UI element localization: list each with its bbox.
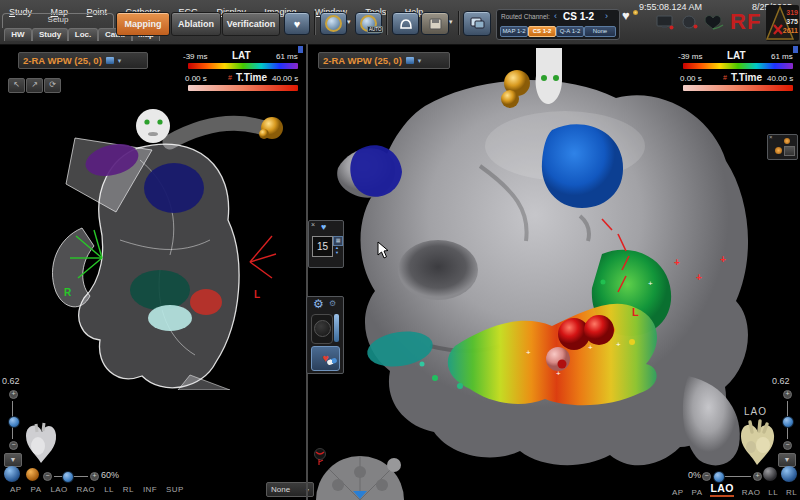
tab-hw[interactable]: HW [4, 28, 32, 41]
right-fill-sphere-button[interactable] [763, 467, 777, 481]
right-zoom-handle[interactable] [782, 416, 794, 428]
dial-extra-button[interactable] [387, 458, 401, 472]
dial-icon[interactable] [332, 479, 344, 491]
display-layout-button[interactable] [463, 11, 491, 36]
view-ll[interactable]: LL [768, 488, 778, 497]
ttime-min: 0.00 s [185, 74, 207, 83]
right-reference-heart[interactable] [736, 418, 780, 468]
right-3d-map[interactable]: L +++ +++++ [330, 46, 770, 476]
catheter-tip-sphere [546, 347, 570, 371]
channel-prev-icon[interactable]: ‹ [554, 11, 557, 21]
left-collapse-button[interactable]: ▼ [4, 453, 22, 467]
view-fan-dial[interactable] [312, 455, 408, 500]
verification-button[interactable]: Verification [222, 12, 280, 36]
right-collapse-button[interactable]: ▼ [778, 453, 796, 467]
dial-icon[interactable] [354, 466, 366, 478]
view-rao[interactable]: RAO [77, 485, 96, 494]
point-dot [432, 375, 438, 381]
mini-vertical-slider[interactable] [334, 314, 339, 342]
tab-study[interactable]: Study [32, 28, 68, 41]
ttime-marker-icon: # [228, 74, 232, 81]
mapping-button[interactable]: Mapping [116, 12, 170, 36]
left-fill-handle[interactable] [62, 471, 74, 483]
edge-mini-panel[interactable]: × [767, 134, 798, 160]
left-fill-plus-button[interactable]: + [90, 472, 99, 481]
right-viewport[interactable]: 2-RA WPW (25, 0) ▾ -39 ms LAT 61 ms 0.00… [306, 44, 800, 500]
view-ap[interactable]: AP [10, 485, 21, 494]
right-zoom-in-button[interactable]: + [783, 390, 792, 399]
left-3d-map[interactable]: R L [20, 90, 300, 390]
channel-next-icon[interactable]: › [605, 11, 608, 21]
save-map-button[interactable] [421, 12, 449, 35]
catheter-control-panel[interactable]: ⚙ ⚙ ♥ [306, 296, 344, 374]
gauge-dropdown-icon[interactable]: ▾ [347, 18, 351, 26]
view-ll[interactable]: LL [104, 485, 114, 494]
view-sup[interactable]: SUP [166, 485, 184, 494]
heart-connect-icon[interactable] [704, 13, 724, 31]
right-fill-minus-button[interactable]: − [702, 472, 711, 481]
carto-mapping-app: Study Map Point Catheter ECG Display Ima… [0, 0, 800, 500]
left-zoom-in-button[interactable]: + [9, 390, 18, 399]
point-filter-panel[interactable]: × ♥ 15 ▦ ▲ ▼ [308, 220, 344, 268]
gear-small-icon[interactable]: ⚙ [329, 299, 336, 308]
tab-loc[interactable]: Loc. [68, 28, 98, 41]
left-reference-heart[interactable] [22, 420, 60, 466]
close-icon[interactable]: × [769, 134, 773, 140]
left-map-tab[interactable]: 2-RA WPW (25, 0) ▾ [18, 52, 148, 69]
view-ap[interactable]: AP [672, 488, 683, 497]
map-mini-icon [106, 57, 114, 64]
view-pa[interactable]: PA [691, 488, 702, 497]
hand-heart-icon: ♥ [321, 222, 326, 232]
patch-red [190, 289, 222, 315]
svg-text:+: + [720, 254, 726, 265]
view-lao[interactable]: LAO [50, 485, 67, 494]
view-rl[interactable]: RL [123, 485, 134, 494]
right-rotate-sphere-button[interactable] [781, 466, 797, 482]
left-zoom-value: 0.62 [2, 376, 20, 386]
view-rao[interactable]: RAO [742, 488, 761, 497]
map-tab-dropdown-icon[interactable]: ▾ [118, 57, 122, 65]
spin-value-box[interactable]: 15 [312, 236, 333, 257]
patient-heart-icon[interactable]: ♥ [622, 8, 630, 23]
catheter-tip-ball-small [501, 90, 519, 108]
lat-colorbar[interactable] [188, 63, 298, 69]
knob-button[interactable] [314, 320, 331, 337]
gear-icon[interactable]: ⚙ [313, 297, 324, 311]
warning-count-1: 319 [783, 8, 798, 17]
ablation-display-button[interactable]: ♥ [311, 346, 340, 371]
gauge-ic-button[interactable] [320, 12, 347, 35]
svg-text:+: + [648, 279, 653, 288]
left-rotate-sphere-button[interactable] [4, 466, 20, 482]
channel-qa12-button[interactable]: Q-A 1-2 [556, 26, 584, 37]
setup-label: Setup [3, 14, 113, 26]
knob-well [311, 314, 333, 344]
close-icon[interactable]: × [311, 221, 315, 228]
right-zoom-out-button[interactable]: − [783, 441, 792, 450]
channel-map12-button[interactable]: MAP 1-2 [500, 26, 528, 37]
left-zoom-handle[interactable] [8, 416, 20, 428]
left-fill-sphere-button[interactable] [26, 468, 39, 481]
view-rl[interactable]: RL [786, 488, 797, 497]
remote-monitor-icon[interactable] [656, 15, 674, 30]
spin-down-button[interactable]: ▼ [333, 251, 341, 255]
save-dropdown-icon[interactable]: ▾ [449, 18, 453, 26]
view-lao-active[interactable]: LAO [710, 482, 733, 497]
map-heart-button[interactable]: ♥ [284, 12, 310, 35]
gauge-auto-button[interactable]: AUTO [355, 12, 382, 35]
channel-cs12-button[interactable]: CS 1-2 [528, 26, 556, 37]
ablation-button[interactable]: Ablation [171, 12, 221, 36]
left-viewport[interactable]: 2-RA WPW (25, 0) ▾ ↖ ↗ ⟳ -39 ms LAT 61 m… [0, 44, 306, 500]
view-pa[interactable]: PA [30, 485, 41, 494]
left-zoom-out-button[interactable]: − [9, 441, 18, 450]
orange-point-icon [775, 147, 782, 154]
view-inf[interactable]: INF [143, 485, 157, 494]
dial-icon[interactable] [376, 479, 388, 491]
dome-button[interactable] [392, 12, 419, 35]
mesh-arm [170, 123, 264, 142]
left-fill-minus-button[interactable]: − [43, 472, 52, 481]
mouse-device-icon[interactable] [682, 15, 698, 29]
channel-none-button[interactable]: None [584, 26, 616, 37]
viewport-divider[interactable] [306, 44, 308, 500]
warning-widget[interactable]: 319 375 2611 [766, 5, 799, 41]
right-fill-plus-button[interactable]: + [753, 472, 762, 481]
